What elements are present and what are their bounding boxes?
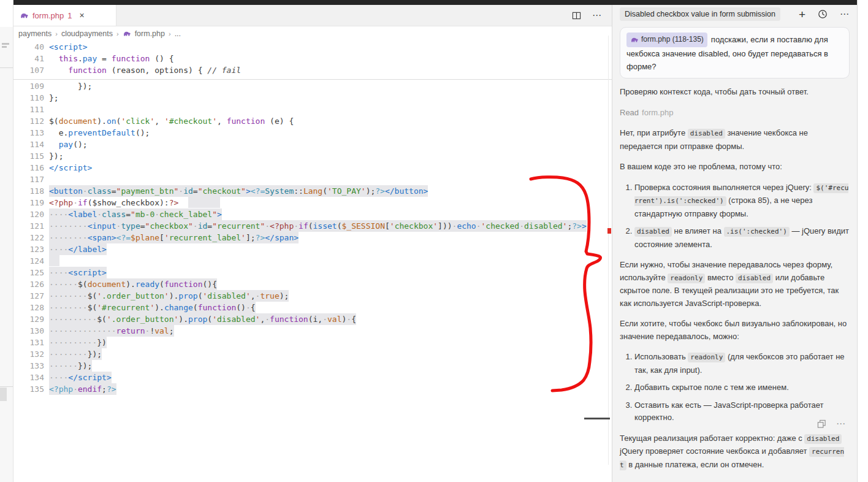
code-line-127[interactable]: 127········$('.order_button').prop('disa… <box>13 290 612 302</box>
numbered-list: Проверка состояния выполняется через jQu… <box>620 182 850 251</box>
assistant-paragraph: Если нужно, чтобы значение передавалось … <box>620 259 850 310</box>
inline-code: readonly <box>688 353 725 362</box>
line-number: 130 <box>13 325 44 337</box>
chat-title: Disabled checkbox value in form submissi… <box>620 7 780 21</box>
close-icon[interactable]: × <box>80 10 85 20</box>
inline-code: readonly <box>668 274 705 283</box>
file-context-label: form.php (118-135) <box>641 33 704 46</box>
editor-pane: form.php 1 × ⋯ payments › cloudpayments … <box>13 5 612 482</box>
chevron-right-icon: › <box>55 30 58 37</box>
line-number: 107 <box>13 64 44 76</box>
list-item: disabled не влияет на .is(':checked') — … <box>634 225 850 251</box>
code-line-120[interactable]: 120····<label·class="mb-0·check_label"> <box>13 208 612 220</box>
breadcrumb-item-payments[interactable]: payments <box>18 29 51 38</box>
chat-more-icon[interactable]: ⋯ <box>840 9 850 20</box>
line-number: 109 <box>13 80 44 92</box>
code-line-129[interactable]: 129··········$('.order_button').prop('di… <box>13 313 612 325</box>
code-line-131[interactable]: 131··········}) <box>13 337 612 348</box>
code-line-115[interactable]: 115}); <box>13 150 612 162</box>
line-number: 127 <box>13 290 44 302</box>
code-line-122[interactable]: 122········<span><?=$plane['recurrent_la… <box>13 232 612 243</box>
assistant-paragraph: Текущая реализация работает корректно: д… <box>620 432 850 472</box>
code-line-126[interactable]: 126······$(document).ready(function(){ <box>13 278 612 290</box>
code-line-118[interactable]: 118<button·class="payment_btn"·id="check… <box>13 185 612 197</box>
code-line-110[interactable]: 110}; <box>13 92 612 104</box>
user-message-bubble: form.php (118-135) подскажи, если я пост… <box>620 27 850 78</box>
assistant-message: Проверяю контекст кода, чтобы дать точны… <box>620 86 850 472</box>
line-number: 120 <box>13 208 44 220</box>
line-number: 129 <box>13 313 44 325</box>
line-number: 110 <box>13 92 44 104</box>
tab-form-php[interactable]: form.php 1 × <box>13 5 116 26</box>
text-run: Проверка состояния выполняется через jQu… <box>634 183 813 192</box>
text-run: Нет, при атрибуте <box>620 128 688 137</box>
breadcrumb-item-symbol[interactable]: ... <box>175 29 181 38</box>
code-line-41[interactable]: 41 this.pay = function () { <box>13 53 612 64</box>
code-line-114[interactable]: 114 pay(); <box>13 139 612 150</box>
line-number: 125 <box>13 267 44 278</box>
php-icon <box>20 12 29 20</box>
text-run: Текущая реализация работает корректно: д… <box>620 434 804 443</box>
text-run: Добавить скрытое поле с тем же именем. <box>634 383 789 392</box>
sticky-scroll: 40<script>41 this.pay = function () {107… <box>13 41 612 80</box>
more-actions-icon[interactable]: ⋯ <box>592 10 602 21</box>
code-line-109[interactable]: 109 }); <box>13 80 612 92</box>
code-line-133[interactable]: 133······}); <box>13 360 612 372</box>
new-chat-icon[interactable]: + <box>799 9 805 20</box>
line-number: 115 <box>13 150 44 162</box>
text-run: Оставить как есть — JavaScript-проверка … <box>634 400 824 423</box>
code-line-117[interactable]: 117 <box>13 174 612 185</box>
line-number: 117 <box>13 174 44 185</box>
horizontal-scrollbar-thumb[interactable] <box>584 418 610 419</box>
line-number: 114 <box>13 139 44 150</box>
code-line-124[interactable]: 124 <box>13 255 612 267</box>
file-context-chip[interactable]: form.php (118-135) <box>626 33 707 47</box>
chat-scrollbar-column[interactable] <box>857 0 868 482</box>
code-line-111[interactable]: 111 <box>13 104 612 115</box>
line-number: 135 <box>13 383 44 395</box>
breadcrumb-item-form-php[interactable]: form.php <box>135 29 165 38</box>
line-number: 134 <box>13 372 44 383</box>
numbered-list: Использовать readonly (для чекбоксов это… <box>620 351 850 424</box>
code-line-40[interactable]: 40<script> <box>13 41 612 53</box>
line-number: 123 <box>13 243 44 255</box>
window-titlebar <box>13 0 857 5</box>
inline-code: disabled <box>804 434 842 444</box>
editor-actions: ⋯ <box>572 5 612 26</box>
code-line-123[interactable]: 123····</label> <box>13 243 612 255</box>
code-line-107[interactable]: 107 function (reason, options) { // fail <box>13 64 612 76</box>
left-editor-sliver <box>0 0 13 482</box>
chat-panel: Disabled checkbox value in form submissi… <box>612 5 857 482</box>
code-line-121[interactable]: 121········<input·type="checkbox"·id="re… <box>13 220 612 232</box>
code-line-119[interactable]: 119<?php·if($show_checkbox):?> <box>13 197 612 208</box>
line-number: 41 <box>13 53 44 64</box>
tool-file-link[interactable]: form.php <box>642 108 673 117</box>
code-line-128[interactable]: 128········$('#recurrent').change(functi… <box>13 302 612 313</box>
line-number: 133 <box>13 360 44 372</box>
breadcrumb-item-cloudpayments[interactable]: cloudpayments <box>61 29 113 38</box>
message-more-icon[interactable]: ⋯ <box>836 418 846 429</box>
text-run: Проверяю контекст кода, чтобы дать точны… <box>620 87 809 96</box>
inline-code: .is(':checked') <box>724 227 790 237</box>
text-run: Если хотите, чтобы чекбокс был визуально… <box>620 319 847 341</box>
tab-bar: form.php 1 × ⋯ <box>13 5 612 26</box>
code-line-116[interactable]: 116</script> <box>13 162 612 174</box>
code-area[interactable]: 40<script>41 this.pay = function () {107… <box>13 41 612 395</box>
text-run: в данные платежа, если он отмечен. <box>626 460 764 469</box>
code-line-125[interactable]: 125····<script> <box>13 267 612 278</box>
list-item: Добавить скрытое поле с тем же именем. <box>634 381 850 394</box>
text-run: В вашем коде это не проблема, потому что… <box>620 162 782 171</box>
list-item: Проверка состояния выполняется через jQu… <box>634 182 850 221</box>
inline-code: disabled <box>736 274 773 283</box>
history-clock-icon[interactable] <box>818 9 828 19</box>
text-run: Использовать <box>634 352 688 361</box>
code-line-130[interactable]: 130··············return·!val; <box>13 325 612 337</box>
chevron-right-icon: › <box>169 30 171 37</box>
copy-icon[interactable] <box>817 419 826 429</box>
split-editor-icon[interactable] <box>572 11 581 20</box>
code-line-135[interactable]: 135<?php·endif;?> <box>13 383 612 395</box>
code-line-132[interactable]: 132········}); <box>13 348 612 360</box>
code-line-112[interactable]: 112$(document).on('click', '#checkout', … <box>13 115 612 127</box>
code-line-134[interactable]: 134····</script> <box>13 372 612 383</box>
code-line-113[interactable]: 113 e.preventDefault(); <box>13 127 612 139</box>
